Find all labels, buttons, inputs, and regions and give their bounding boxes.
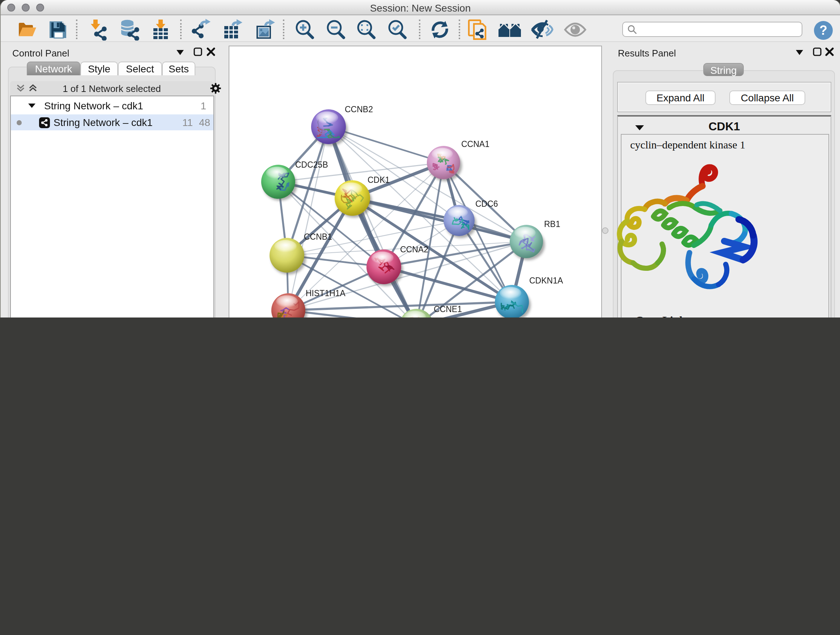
svg-text:CDK1: CDK1 — [368, 175, 390, 185]
svg-text:?: ? — [819, 23, 827, 38]
svg-text:CDKN1A: CDKN1A — [529, 276, 563, 285]
svg-text:CCNB1: CCNB1 — [304, 232, 332, 241]
svg-text:RB1: RB1 — [544, 219, 561, 229]
svg-text:CDC25B: CDC25B — [295, 160, 328, 169]
svg-text:CCNB2: CCNB2 — [345, 105, 373, 114]
svg-text:CDC6: CDC6 — [475, 199, 498, 209]
svg-text:CCNA2: CCNA2 — [400, 245, 428, 254]
svg-text:CCNE1: CCNE1 — [434, 304, 462, 314]
svg-text:HIST1H1A: HIST1H1A — [306, 288, 346, 298]
svg-text:CCNA1: CCNA1 — [461, 139, 489, 149]
